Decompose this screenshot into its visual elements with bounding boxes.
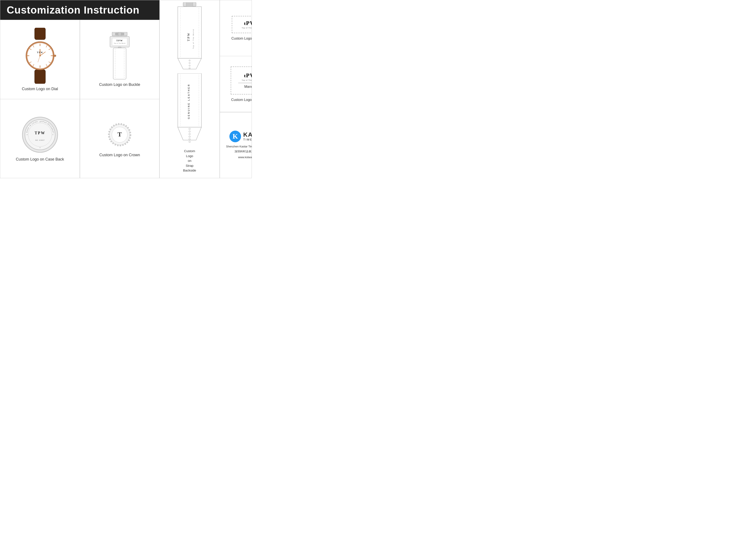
kastar-k-icon: K (229, 131, 241, 142)
svg-point-43 (27, 134, 28, 135)
giftbox-item: ŧPW Top of The World Custom Logo on Gift… (220, 0, 252, 56)
page: Customization Instruction (0, 0, 252, 178)
svg-rect-0 (35, 28, 45, 40)
giftbox-logo: ŧPW (244, 20, 252, 26)
crown-caption: Custom Logo on Crown (99, 153, 140, 157)
svg-point-44 (52, 134, 53, 135)
svg-text:GENUINE LEATHER: GENUINE LEATHER (187, 84, 190, 119)
header: Customization Instruction (0, 0, 159, 20)
svg-text:NO: K3007: NO: K3007 (35, 139, 45, 141)
manual-label: Manual (244, 85, 252, 89)
svg-rect-26 (118, 32, 121, 37)
strap-front: TPW Top of The World (171, 2, 208, 71)
kastar-company: Shenzhen Kastar Timepieces Co., Ltd. (226, 144, 252, 149)
manual-caption: Custom Logo on Manual (231, 98, 252, 102)
kastar-chinese: 深圳科时达表业有限公司 (226, 149, 252, 154)
kastar-website: www.kstwatch.com (226, 155, 252, 160)
svg-point-42 (40, 147, 41, 148)
crown-cell: T Custom Logo on Crown (80, 99, 159, 178)
page-title: Customization Instruction (7, 4, 139, 16)
giftbox-caption: Custom Logo on Giftbox (231, 37, 252, 41)
kastar-name-bottom: TIMEPIECES (243, 138, 252, 141)
kastar-name-top: KASTAR (243, 131, 252, 138)
svg-point-22 (40, 55, 41, 56)
watch-illustration: TPW (16, 28, 64, 84)
giftbox-logo-sub: Top of The World (242, 27, 252, 29)
manual-logo: ŧPW (244, 72, 252, 79)
svg-marker-65 (178, 127, 201, 140)
manual-dashed-box: ŧPW Top of The World Manual (231, 67, 252, 95)
svg-text:TPW: TPW (116, 39, 123, 42)
svg-text:Top of The World: Top of The World (192, 29, 194, 49)
strap-label: CustomLogoonStrapBackside (183, 149, 196, 173)
buckle-caption: Custom Logo on Buckle (99, 82, 140, 87)
kastar-area: K KASTAR TIMEPIECES Shenzhen Kastar Time… (220, 112, 252, 178)
strap-back: GENUINE LEATHER (171, 73, 208, 147)
svg-text:TPW: TPW (35, 131, 45, 135)
kastar-name: KASTAR TIMEPIECES (243, 131, 252, 141)
buckle-illustration: TPW Top of The World (106, 32, 134, 79)
caseback-cell: MADE IN CHINA · JAPAN MOVEMENT · WATER R… (0, 99, 80, 178)
svg-point-71 (189, 141, 190, 143)
caseback-illustration: MADE IN CHINA · JAPAN MOVEMENT · WATER R… (21, 115, 59, 154)
strap-area: TPW Top of The World GENUINE LEATHER (159, 0, 220, 178)
dial-caption: Custom Logo on Dial (22, 87, 58, 91)
svg-text:T: T (118, 131, 122, 138)
dial-cell: TPW Custom Logo on Dial (0, 20, 80, 99)
giftbox-dashed-box: ŧPW Top of The World (232, 16, 252, 33)
crown-illustration: T (107, 120, 132, 150)
right-column: ŧPW Top of The World Custom Logo on Gift… (220, 0, 252, 178)
kastar-info: Shenzhen Kastar Timepieces Co., Ltd. 深圳科… (226, 144, 252, 160)
kastar-logo-row: K KASTAR TIMEPIECES (229, 131, 252, 142)
caseback-caption: Custom Logo on Case Back (16, 157, 64, 162)
buckle-cell: TPW Top of The World Custom Logo on Buck… (80, 20, 159, 99)
svg-text:Top of The World: Top of The World (114, 42, 126, 44)
svg-rect-1 (35, 70, 45, 84)
manual-logo-sub: Top of The World (242, 79, 252, 81)
svg-text:TPW: TPW (187, 33, 190, 41)
svg-rect-23 (53, 55, 56, 57)
svg-point-41 (40, 121, 41, 122)
manual-item: ŧPW Top of The World Manual Custom Logo … (220, 56, 252, 112)
